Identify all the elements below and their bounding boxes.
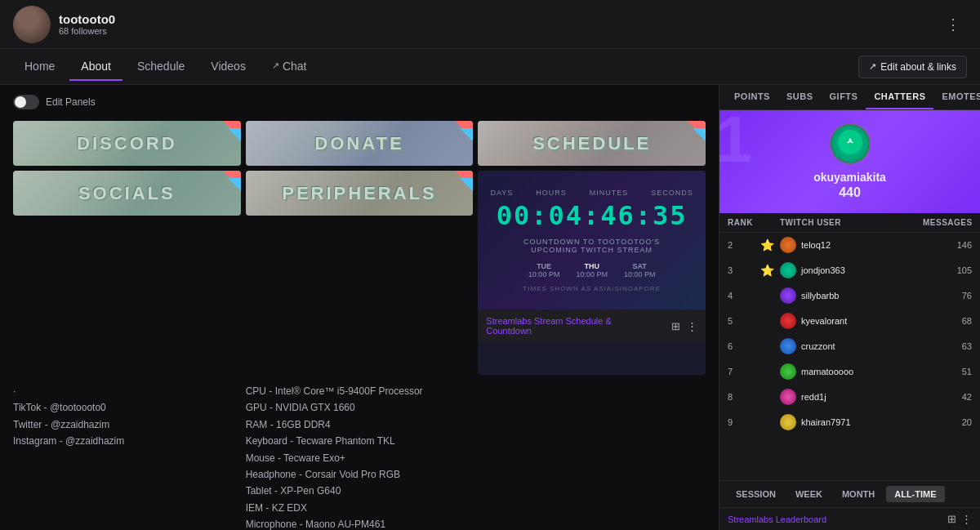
empty-col (478, 383, 706, 530)
nav-items: Home About Schedule Videos ↗ Chat (13, 53, 858, 81)
header: tootooto0 68 followers ⋮ (0, 0, 980, 49)
svg-point-1 (849, 139, 851, 141)
countdown-link[interactable]: Streamlabs Stream Schedule &Countdown (486, 316, 611, 336)
table-row: 8 redd1j 42 (719, 385, 980, 410)
peripherals-text: CPU - Intel® Core™ i5-9400F Processor GP… (246, 383, 474, 530)
countdown-schedule: TUE 10:00 PM THU 10:00 PM SAT 10:00 PM (528, 262, 656, 278)
countdown-footer-actions: ⊞ ⋮ (671, 320, 697, 332)
panel-donate[interactable]: DONATE (246, 121, 474, 166)
panels-bottom-row: SOCIALS PERIPHERALS DAYS HOURS MINUTES S… (13, 171, 706, 375)
panel-socials[interactable]: SOCIALS (13, 171, 241, 216)
table-row: 9 khairan7971 20 (719, 410, 980, 435)
tab-week[interactable]: WEEK (787, 486, 831, 502)
tab-month[interactable]: MONTH (834, 486, 883, 502)
tab-subs[interactable]: SUBS (778, 85, 822, 109)
leaderboard-rows: 2 ⭐ teloq12 146 3 ⭐ jondjon363 105 4 (719, 233, 980, 480)
table-row: 3 ⭐ jondjon363 105 (719, 258, 980, 283)
external-link-icon: ↗ (272, 60, 279, 71)
tab-points[interactable]: POINTS (726, 85, 778, 109)
avatar (13, 6, 51, 43)
user-avatar (780, 287, 796, 304)
user-info: tootooto0 68 followers (59, 12, 939, 36)
table-row: 7 mamatooooo 51 (719, 359, 980, 385)
table-row: 2 ⭐ teloq12 146 (719, 233, 980, 258)
user-avatar (780, 262, 796, 278)
edit-icon: ↗ (869, 61, 876, 72)
tab-alltime[interactable]: ALL-TIME (886, 486, 944, 502)
panel-peripherals[interactable]: PERIPHERALS (246, 171, 474, 216)
tab-emotes[interactable]: EMOTES (933, 85, 980, 109)
sidebar-leaderboard: POINTS SUBS GIFTS CHATTERS EMOTES 1 (719, 85, 980, 530)
panel-discord[interactable]: DISCORD (13, 121, 241, 166)
schedule-sat: SAT 10:00 PM (624, 262, 656, 278)
user-avatar (780, 338, 796, 354)
featured-icon (838, 130, 862, 154)
nav-videos[interactable]: Videos (199, 53, 257, 81)
featured-count: 440 (733, 185, 967, 200)
leaderboard-link[interactable]: Streamlabs Leaderboard (728, 514, 826, 524)
countdown-footer: Streamlabs Stream Schedule &Countdown ⊞ … (478, 310, 706, 342)
table-row: 5 kyevalorant 68 (719, 309, 980, 334)
countdown-display: DAYS HOURS MINUTES SECONDS 00:04:46:35 C… (478, 171, 706, 310)
edit-panels-toggle[interactable] (13, 95, 39, 109)
nav-home[interactable]: Home (13, 53, 66, 81)
countdown-timezone: TIMES SHOWN AS ASIA/SINGAPORE (523, 285, 661, 292)
nav-schedule[interactable]: Schedule (126, 53, 196, 81)
table-row: 6 cruzzont 63 (719, 334, 980, 359)
time-filter-tabs: SESSION WEEK MONTH ALL-TIME (719, 480, 980, 507)
leaderboard-tabs: POINTS SUBS GIFTS CHATTERS EMOTES (719, 85, 980, 110)
svg-point-0 (844, 136, 856, 148)
nav-about[interactable]: About (69, 53, 122, 81)
edit-panels-bar: Edit Panels (13, 95, 706, 109)
socials-text: · TikTok - @tootoooto0 Twitter - @zzaidh… (13, 383, 241, 530)
open-external-icon[interactable]: ⊞ (671, 320, 680, 332)
tab-session[interactable]: SESSION (728, 486, 784, 502)
more-options-icon[interactable]: ⋮ (687, 320, 697, 332)
panels-top-row: DISCORD DONATE SCHEDULE (13, 121, 706, 166)
toggle-knob (15, 96, 26, 108)
text-content-grid: · TikTok - @tootoooto0 Twitter - @zzaidh… (13, 383, 706, 530)
featured-user: 1 okuyamiakita 440 (719, 110, 980, 213)
open-external-icon[interactable]: ⊞ (947, 513, 956, 525)
followers-count: 68 followers (59, 26, 939, 36)
username: tootooto0 (59, 12, 939, 26)
schedule-tue: TUE 10:00 PM (528, 262, 560, 278)
countdown-labels: DAYS HOURS MINUTES SECONDS (490, 189, 693, 197)
user-avatar (780, 389, 796, 405)
leaderboard-footer: Streamlabs Leaderboard ⊞ ⋮ (719, 507, 980, 530)
tab-chatters[interactable]: CHATTERS (866, 85, 933, 109)
countdown-widget: DAYS HOURS MINUTES SECONDS 00:04:46:35 C… (478, 171, 706, 375)
table-row: 4 sillybarbb 76 (719, 283, 980, 309)
edit-panels-label: Edit Panels (46, 96, 96, 108)
leaderboard-footer-actions: ⊞ ⋮ (947, 513, 972, 525)
panel-schedule[interactable]: SCHEDULE (478, 121, 706, 166)
user-avatar (780, 237, 796, 253)
navigation: Home About Schedule Videos ↗ Chat ↗ Edit… (0, 49, 980, 85)
more-options-icon[interactable]: ⋮ (961, 513, 972, 525)
more-options-icon[interactable]: ⋮ (939, 12, 967, 37)
user-avatar (780, 313, 796, 329)
avatar-image (13, 6, 51, 43)
featured-avatar (830, 123, 871, 164)
countdown-timer: 00:04:46:35 (497, 200, 688, 231)
countdown-description: COUNTDOWN TO TOOTOOTOO'SUPCOMING TWITCH … (523, 238, 660, 254)
leaderboard-header: RANK TWITCH USER MESSAGES (719, 213, 980, 233)
content-area: Edit Panels DISCORD DONATE SCHEDULE (0, 85, 719, 530)
tab-gifts[interactable]: GIFTS (822, 85, 866, 109)
user-avatar (780, 363, 796, 380)
schedule-thu: THU 10:00 PM (576, 262, 608, 278)
main-content: Edit Panels DISCORD DONATE SCHEDULE (0, 85, 980, 530)
featured-username: okuyamiakita (733, 171, 967, 184)
edit-about-button[interactable]: ↗ Edit about & links (858, 56, 967, 78)
user-avatar (780, 414, 796, 430)
nav-chat[interactable]: ↗ Chat (261, 53, 318, 81)
